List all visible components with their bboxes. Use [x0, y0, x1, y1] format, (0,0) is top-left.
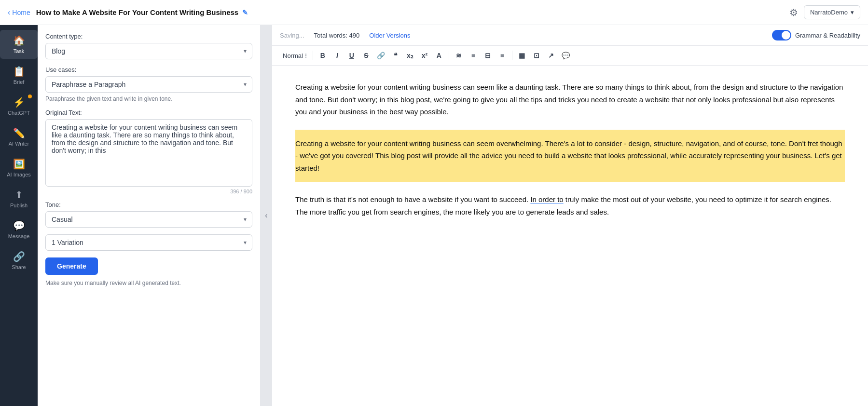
content-type-select[interactable]: Blog — [45, 43, 252, 59]
use-case-description: Paraphrase the given text and write in g… — [45, 95, 252, 102]
sidebar-item-share[interactable]: 🔗 Share — [0, 246, 38, 275]
grammar-toggle[interactable] — [772, 30, 791, 41]
generate-button[interactable]: Generate — [45, 257, 98, 275]
toolbar-divider-2 — [449, 51, 449, 60]
superscript-button[interactable]: x² — [418, 49, 431, 62]
link-button[interactable]: 🔗 — [374, 49, 388, 62]
grammar-toggle-area: Grammar & Readability — [772, 30, 860, 41]
paragraph-3: The truth is that it's not enough to hav… — [295, 193, 845, 218]
grammar-label: Grammar & Readability — [795, 32, 860, 39]
user-dropdown[interactable]: NarratoDemo ▾ — [804, 5, 860, 19]
sidebar-label-message: Message — [8, 233, 30, 239]
sidebar-item-message[interactable]: 💬 Message — [0, 215, 38, 244]
embed-button[interactable]: ↗ — [544, 49, 558, 62]
original-text-input[interactable]: Creating a website for your content writ… — [45, 119, 252, 187]
content-type-label: Content type: — [45, 33, 252, 40]
publish-icon: ⬆ — [15, 189, 23, 201]
toolbar-divider-3 — [512, 51, 512, 60]
image-button[interactable]: ▦ — [515, 49, 529, 62]
style-label: Normal — [283, 52, 303, 59]
style-dropdown-icon: ⁝ — [305, 52, 307, 59]
tone-wrapper: Casual — [45, 211, 252, 228]
toolbar-divider-1 — [313, 51, 313, 60]
tone-label: Tone: — [45, 201, 252, 208]
left-panel: Content type: Blog Use cases: Paraphrase… — [38, 25, 261, 406]
table-button[interactable]: ⊡ — [530, 49, 543, 62]
sidebar-item-brief[interactable]: 📋 Brief — [0, 61, 38, 90]
use-cases-wrapper: Paraphrase a Paragraph — [45, 76, 252, 93]
sidebar-label-ai-writer: AI Writer — [9, 141, 29, 147]
brief-icon: 📋 — [13, 66, 25, 77]
quote-button[interactable]: ❝ — [389, 49, 402, 62]
subscript-button[interactable]: x₂ — [403, 49, 417, 62]
highlighted-paragraph: Creating a website for your content writ… — [295, 130, 845, 182]
sidebar-label-chatgpt: ChatGPT — [8, 110, 30, 116]
sidebar-label-publish: Publish — [10, 203, 28, 208]
page-title: How to Make A Website For Your Content W… — [36, 8, 789, 16]
editor-content[interactable]: Creating a website for your content writ… — [272, 66, 868, 406]
comment-button[interactable]: 💬 — [559, 49, 573, 62]
user-label: NarratoDemo — [810, 9, 848, 16]
style-selector[interactable]: Normal ⁝ — [280, 50, 310, 61]
task-icon: 🏠 — [13, 35, 25, 46]
editor-topbar: Saving... Total words: 490 Older Version… — [272, 25, 868, 46]
saving-status: Saving... — [280, 32, 304, 39]
sidebar-item-chatgpt[interactable]: ⚡ ChatGPT — [0, 92, 38, 121]
sidebar-label-task: Task — [14, 48, 25, 54]
ai-writer-icon: ✏️ — [13, 127, 25, 139]
ai-images-icon: 🖼️ — [13, 158, 25, 170]
align-button[interactable]: ≡ — [496, 49, 509, 62]
edit-icon[interactable]: ✎ — [242, 9, 248, 16]
collapse-panel-button[interactable]: ‹ — [261, 25, 272, 406]
editor-area: Saving... Total words: 490 Older Version… — [272, 25, 868, 406]
strikethrough-button[interactable]: S — [359, 49, 373, 62]
chevron-left-icon: ‹ — [8, 8, 10, 17]
share-icon: 🔗 — [13, 251, 25, 262]
main-layout: 🏠 Task 📋 Brief ⚡ ChatGPT ✏️ AI Writer 🖼️… — [0, 25, 868, 406]
paragraph-1: Creating a website for your content writ… — [295, 81, 845, 118]
home-label: Home — [12, 9, 30, 16]
chatgpt-badge — [28, 95, 32, 98]
special-chars-button[interactable]: ≋ — [452, 49, 466, 62]
sidebar-label-brief: Brief — [14, 79, 25, 85]
tone-select[interactable]: Casual — [45, 211, 252, 228]
use-cases-select[interactable]: Paraphrase a Paragraph — [45, 76, 252, 93]
settings-button[interactable]: ⚙ — [789, 7, 798, 18]
ai-note: Make sure you manually review all AI gen… — [45, 280, 252, 286]
char-count: 396 / 900 — [45, 189, 252, 194]
word-count: Total words: 490 — [314, 32, 360, 39]
top-nav-right: ⚙ NarratoDemo ▾ — [789, 5, 860, 19]
use-cases-label: Use cases: — [45, 66, 252, 73]
sidebar-item-ai-images[interactable]: 🖼️ AI Images — [0, 153, 38, 182]
editor-toolbar: Normal ⁝ B I U S 🔗 ❝ x₂ x² A ≋ ≡ ⊟ ≡ ▦ ⊡… — [272, 46, 868, 66]
home-link[interactable]: ‹ Home — [8, 8, 30, 17]
sidebar-label-share: Share — [12, 264, 26, 270]
unordered-list-button[interactable]: ⊟ — [481, 49, 495, 62]
top-nav: ‹ Home How to Make A Website For Your Co… — [0, 0, 868, 25]
in-order-to-link: In order to — [530, 195, 563, 203]
sidebar: 🏠 Task 📋 Brief ⚡ ChatGPT ✏️ AI Writer 🖼️… — [0, 25, 38, 406]
variations-select[interactable]: 1 Variation — [45, 234, 252, 251]
ordered-list-button[interactable]: ≡ — [467, 49, 480, 62]
variations-wrapper: 1 Variation — [45, 234, 252, 251]
chatgpt-icon: ⚡ — [13, 96, 25, 108]
original-text-label: Original Text: — [45, 109, 252, 116]
sidebar-item-task[interactable]: 🏠 Task — [0, 30, 38, 59]
message-icon: 💬 — [13, 220, 25, 231]
dropdown-chevron-icon: ▾ — [851, 9, 854, 16]
paragraph-1-underlined: But don't worry; in this blog post, we'r… — [295, 95, 835, 116]
bold-button[interactable]: B — [316, 49, 330, 62]
older-versions-link[interactable]: Older Versions — [369, 32, 410, 39]
sidebar-label-ai-images: AI Images — [7, 172, 31, 177]
italic-button[interactable]: I — [331, 49, 344, 62]
sidebar-item-publish[interactable]: ⬆ Publish — [0, 184, 38, 213]
font-color-button[interactable]: A — [432, 49, 446, 62]
content-type-wrapper: Blog — [45, 43, 252, 59]
underline-button[interactable]: U — [345, 49, 358, 62]
sidebar-item-ai-writer[interactable]: ✏️ AI Writer — [0, 122, 38, 151]
